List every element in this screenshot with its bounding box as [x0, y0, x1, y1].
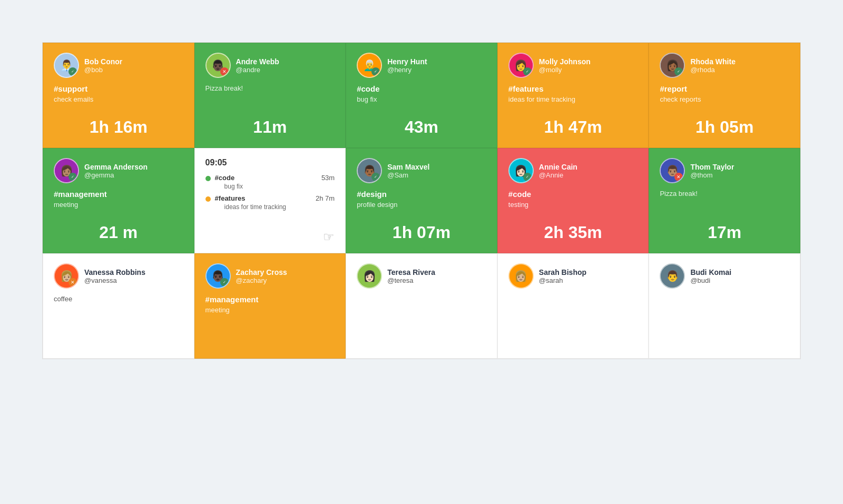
user-info: Budi Komai @budi	[690, 268, 731, 284]
user-handle: @henry	[387, 66, 427, 74]
timeline-duration: 2h 7m	[316, 194, 335, 202]
avatar: 👨‍🦳 ✓	[357, 53, 382, 78]
time-display: 1h 05m	[660, 117, 789, 137]
timeline-description: bug fix	[224, 183, 335, 190]
card-annie[interactable]: 👩🏻 ✓ Annie Cain @Annie #code testing 2h …	[497, 148, 649, 253]
task-description: coffee	[54, 295, 183, 303]
user-name: Sam Maxvel	[387, 163, 429, 171]
time-display: 11m	[205, 117, 335, 137]
time-display: 21 m	[54, 223, 183, 242]
user-handle: @andre	[236, 66, 279, 74]
user-info: Henry Hunt @henry	[387, 57, 427, 74]
user-name: Thom Taylor	[690, 163, 734, 171]
timeline-dot	[205, 176, 211, 181]
avatar: 👩🏻	[357, 263, 382, 289]
timeline-dot	[205, 196, 211, 202]
user-name: Annie Cain	[539, 163, 577, 171]
task-tag: #support	[54, 84, 183, 93]
task-description: check emails	[54, 95, 183, 103]
task-tag: #management	[205, 295, 335, 304]
user-handle: @sarah	[539, 276, 586, 284]
user-handle: @Annie	[539, 171, 577, 179]
user-row: 👨‍🦳 ✓ Henry Hunt @henry	[357, 53, 486, 78]
hand-icon: ☞	[323, 230, 335, 244]
user-name: Vanessa Robbins	[84, 268, 145, 276]
task-tag: #design	[357, 190, 486, 199]
timeline-description: ideas for time tracking	[224, 203, 335, 211]
user-name: Sarah Bishop	[539, 268, 586, 276]
user-handle: @Sam	[387, 171, 429, 179]
task-description: Pizza break!	[660, 190, 789, 197]
user-handle: @budi	[690, 276, 731, 284]
user-row: 👩🏻 ✓ Annie Cain @Annie	[508, 158, 638, 183]
card-teresa[interactable]: 👩🏻 Teresa Rivera @teresa	[346, 253, 497, 359]
time-display: 1h 07m	[357, 223, 486, 242]
user-handle: @vanessa	[84, 276, 145, 284]
user-name: Budi Komai	[690, 268, 731, 276]
task-description: check reports	[660, 95, 789, 103]
card-bob[interactable]: 👨‍💼 ✓ Bob Conor @bob #support check emai…	[43, 43, 194, 148]
user-name: Rhoda White	[690, 57, 736, 66]
user-info: Sarah Bishop @sarah	[539, 268, 586, 284]
card-sam[interactable]: 👨🏾 ✓ Sam Maxvel @Sam #design profile des…	[346, 148, 497, 253]
user-handle: @zachary	[236, 276, 287, 284]
card-vanessa[interactable]: 👩🏼 ✕ Vanessa Robbins @vanessa coffee	[43, 253, 194, 359]
task-tag: #code	[357, 84, 486, 93]
card-rhoda[interactable]: 👩🏾 ✓ Rhoda White @rhoda #report check re…	[649, 43, 800, 148]
user-name: Andre Webb	[236, 57, 279, 66]
card-budi[interactable]: 👨 Budi Komai @budi	[649, 253, 800, 359]
task-description: meeting	[54, 201, 183, 209]
card-andre[interactable]: 👨🏿 ✕ Andre Webb @andre Pizza break! 11m	[194, 43, 346, 148]
task-description: bug fix	[357, 95, 486, 103]
user-handle: @bob	[84, 66, 122, 74]
timeline-tag: #features	[215, 194, 316, 202]
user-info: Molly Johnson @molly	[539, 57, 591, 74]
user-row: 👩🏾 ✓ Rhoda White @rhoda	[660, 53, 789, 78]
task-description: testing	[508, 201, 638, 209]
avatar: 👨‍💼 ✓	[54, 53, 79, 78]
avatar: 👩🏻 ✓	[508, 158, 534, 183]
user-row: 👩🏻 Teresa Rivera @teresa	[357, 263, 486, 289]
card-henry[interactable]: 👨‍🦳 ✓ Henry Hunt @henry #code bug fix 43…	[346, 43, 497, 148]
user-row: 👩🏽 ✓ Gemma Anderson @gemma	[54, 158, 183, 183]
task-description: meeting	[205, 306, 335, 314]
user-info: Rhoda White @rhoda	[690, 57, 736, 74]
avatar: 👩🏼	[508, 263, 534, 289]
card-zachary[interactable]: 👨🏿 ✓ Zachary Cross @zachary #management …	[194, 253, 346, 359]
card-gemma[interactable]: 👩🏽 ✓ Gemma Anderson @gemma #management m…	[43, 148, 194, 253]
user-info: Zachary Cross @zachary	[236, 268, 287, 284]
user-row: 👨🏿 ✕ Andre Webb @andre	[205, 53, 335, 78]
avatar: 👨	[660, 263, 685, 289]
timeline-tag: #code	[215, 174, 321, 182]
timeline-time: 09:05	[205, 158, 335, 167]
user-handle: @gemma	[84, 171, 148, 179]
card-molly[interactable]: 👩 ✓ Molly Johnson @molly #features ideas…	[497, 43, 649, 148]
task-tag: #management	[54, 190, 183, 199]
card-timeline[interactable]: 09:05 #code 53m bug fix	[194, 148, 346, 253]
task-description: ideas for time tracking	[508, 95, 638, 103]
user-row: 👩🏼 Sarah Bishop @sarah	[508, 263, 638, 289]
task-tag: #report	[660, 84, 789, 93]
user-name: Teresa Rivera	[387, 268, 435, 276]
timeline-entry: #code 53m bug fix	[205, 174, 335, 190]
dashboard-grid: 👨‍💼 ✓ Bob Conor @bob #support check emai…	[42, 42, 801, 359]
avatar: 👩🏽 ✓	[54, 158, 79, 183]
user-row: 👨 Budi Komai @budi	[660, 263, 789, 289]
user-row: 👩🏼 ✕ Vanessa Robbins @vanessa	[54, 263, 183, 289]
user-handle: @teresa	[387, 276, 435, 284]
task-tag: #features	[508, 84, 638, 93]
card-sarah[interactable]: 👩🏼 Sarah Bishop @sarah	[497, 253, 649, 359]
avatar: 👩🏼 ✕	[54, 263, 79, 289]
avatar: 👨🏽 ✕	[660, 158, 685, 183]
avatar: 👨🏾 ✓	[357, 158, 382, 183]
avatar: 👨🏿 ✕	[205, 53, 231, 78]
user-info: Bob Conor @bob	[84, 57, 122, 74]
task-description: profile design	[357, 201, 486, 209]
user-handle: @molly	[539, 66, 591, 74]
avatar: 👨🏿 ✓	[205, 263, 231, 289]
time-display: 17m	[660, 223, 789, 242]
timeline-duration: 53m	[321, 174, 335, 182]
time-display: 1h 47m	[508, 117, 638, 137]
user-handle: @rhoda	[690, 66, 736, 74]
card-thom[interactable]: 👨🏽 ✕ Thom Taylor @thom Pizza break! 17m	[649, 148, 800, 253]
